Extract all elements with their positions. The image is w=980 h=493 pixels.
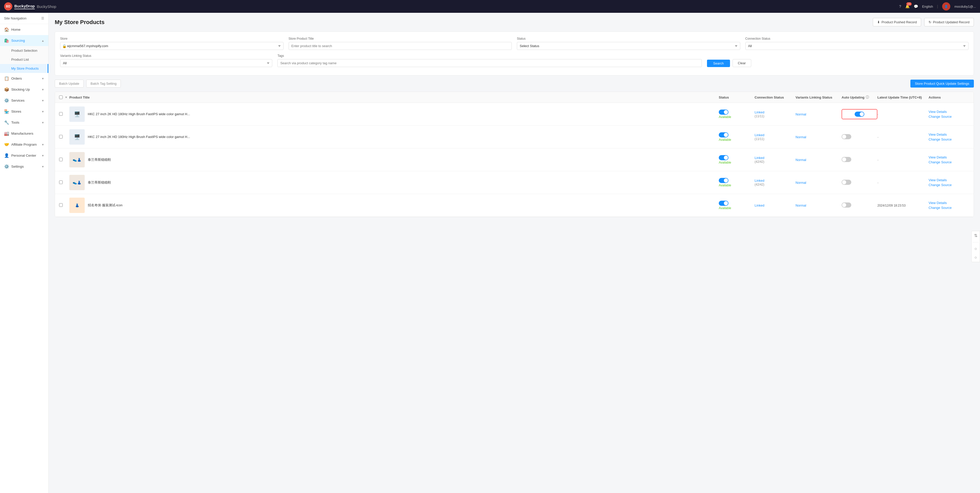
status-toggle[interactable] <box>719 201 729 206</box>
sidebar-item-label: Affiliate Program <box>11 143 37 147</box>
sidebar-item-stores[interactable]: 🏪 Stores ▼ <box>0 106 48 117</box>
tags-input[interactable] <box>277 59 702 67</box>
settings-icon: ⚙️ <box>4 164 9 169</box>
sidebar-item-affiliate[interactable]: 🤝 Affiliate Program ▼ <box>0 139 48 150</box>
product-name: HKC 27 inch 2K HD 180Hz High Brush FastI… <box>88 135 190 139</box>
auto-updating-toggle[interactable] <box>854 112 864 117</box>
linked-text: Linked <box>754 179 764 182</box>
product-cell: 🖥️ HKC 27 inch 2K HD 180Hz High Brush Fa… <box>69 129 719 145</box>
sidebar-item-tools[interactable]: 🔧 Tools ▼ <box>0 117 48 128</box>
float-circle-icon-2[interactable]: ○ <box>974 255 977 260</box>
auto-updating-toggle[interactable] <box>842 180 851 185</box>
sidebar-item-services[interactable]: ⚙️ Services ▼ <box>0 95 48 106</box>
batch-update-button[interactable]: Batch Update <box>55 80 84 88</box>
view-details-link[interactable]: View Details <box>929 201 969 205</box>
table-row: 👟👗 泰兰蒂斯稳稳鞋 Available Linked (42/42) <box>55 171 974 194</box>
change-source-link[interactable]: Change Source <box>929 115 969 118</box>
row-checkbox[interactable] <box>59 203 63 207</box>
view-details-link[interactable]: View Details <box>929 132 969 136</box>
sidebar-item-product-selection[interactable]: Product Selection <box>0 46 48 55</box>
product-title-label: Store Product Title <box>289 37 512 40</box>
sidebar-item-product-list[interactable]: Product List <box>0 55 48 64</box>
connection-status-filter-group: Connection Status All <box>745 37 969 50</box>
variants-status: Normal <box>795 158 806 162</box>
sidebar-item-orders[interactable]: 📋 Orders ▼ <box>0 73 48 84</box>
sidebar-item-sourcing[interactable]: 🛍️ Sourcing ▲ <box>0 35 48 46</box>
status-select[interactable]: Select Status <box>517 42 740 50</box>
float-sync-icon[interactable]: ⇅ <box>974 233 977 238</box>
row-checkbox[interactable] <box>59 112 63 116</box>
sidebar-item-manufacturers[interactable]: 🏭 Manufacturers <box>0 128 48 139</box>
chevron-up-icon: ▲ <box>41 39 44 42</box>
brand-buckyshop[interactable]: BuckyShop <box>37 4 56 9</box>
nav-divider: | <box>937 4 938 8</box>
sidebar-item-personal-center[interactable]: 👤 Personal Center ▼ <box>0 150 48 161</box>
variants-linking-cell: Normal <box>795 135 842 139</box>
batch-tag-setting-button[interactable]: Batch Tag Setting <box>86 80 121 88</box>
status-toggle[interactable] <box>719 155 729 160</box>
product-cell: 🖥️ HKC 27 inch 2K HD 180Hz High Brush Fa… <box>69 107 719 122</box>
sidebar-item-label: Stocking Up <box>11 88 30 91</box>
product-cell: 👟👗 泰兰蒂斯稳稳鞋 <box>69 152 719 168</box>
sidebar-item-my-store-products[interactable]: My Store Products <box>0 64 48 73</box>
linked-text: Linked <box>754 110 764 114</box>
actions-cell: View Details Change Source <box>929 155 969 164</box>
status-toggle[interactable] <box>719 110 729 115</box>
change-source-link[interactable]: Change Source <box>929 160 969 164</box>
help-icon[interactable]: ? <box>899 4 901 8</box>
quick-update-settings-button[interactable]: Store Product Quick Update Settings <box>910 80 974 88</box>
store-select-wrapper: 🔒 wjcmmw567.myshopify.com <box>60 42 283 50</box>
language-selector[interactable]: English <box>922 5 933 8</box>
float-circle-icon-1[interactable]: ○ <box>974 247 977 251</box>
sidebar-item-home[interactable]: 🏠 Home <box>0 24 48 35</box>
variants-select[interactable]: All <box>60 59 272 67</box>
product-updated-record-button[interactable]: ↻ Product Updated Record <box>924 18 974 26</box>
table-header: ▼ Product Title Status Connection Status… <box>55 92 974 103</box>
connection-detail: (42/42) <box>754 183 764 186</box>
product-pushed-record-button[interactable]: ⬇ Product Pushed Record <box>873 18 921 26</box>
variants-linking-cell: Normal <box>795 181 842 185</box>
filter-row-2: Variants Linking Status All Tags Search … <box>60 54 969 67</box>
product-thumbnail: 🖥️ <box>69 107 85 122</box>
auto-updating-toggle[interactable] <box>842 157 851 162</box>
chat-icon[interactable]: 💬 <box>914 4 918 8</box>
select-all-checkbox[interactable] <box>59 96 63 99</box>
auto-updating-help-icon[interactable]: ⓘ <box>865 95 869 100</box>
status-toggle[interactable] <box>719 132 729 137</box>
status-cell: Available <box>719 201 754 210</box>
sidebar-item-stocking-up[interactable]: 📦 Stocking Up ▼ <box>0 84 48 95</box>
personal-center-icon: 👤 <box>4 153 9 158</box>
variants-status: Normal <box>795 181 806 185</box>
row-checkbox[interactable] <box>59 158 63 161</box>
sub-item-label: Product List <box>11 57 29 61</box>
status-text: Available <box>719 115 754 119</box>
view-details-link[interactable]: View Details <box>929 110 969 114</box>
sidebar-menu-icon[interactable]: ☰ <box>41 16 44 20</box>
actions-cell: View Details Change Source <box>929 201 969 210</box>
clear-button[interactable]: Clear <box>733 59 751 67</box>
user-avatar[interactable]: 👤 <box>942 2 950 11</box>
view-details-link[interactable]: View Details <box>929 178 969 182</box>
store-select[interactable]: wjcmmw567.myshopify.com <box>60 42 283 50</box>
store-shield-icon: 🔒 <box>62 44 67 48</box>
row-checkbox[interactable] <box>59 180 63 184</box>
brand-buckydrop[interactable]: BuckyDrop <box>14 4 35 9</box>
view-details-link[interactable]: View Details <box>929 155 969 159</box>
sidebar-item-label: Stores <box>11 110 21 113</box>
linked-text: Linked <box>754 156 764 160</box>
change-source-link[interactable]: Change Source <box>929 137 969 141</box>
notification-bell[interactable]: 🔔 23 <box>905 4 910 8</box>
connection-status-cell: Linked (42/42) <box>754 179 795 186</box>
row-checkbox[interactable] <box>59 135 63 139</box>
change-source-link[interactable]: Change Source <box>929 183 969 187</box>
sidebar-item-settings[interactable]: ⚙️ Settings ▼ <box>0 161 48 172</box>
product-title-input[interactable] <box>289 42 512 50</box>
right-float-panel: ⇅ ○ ○ <box>971 231 980 262</box>
change-source-link[interactable]: Change Source <box>929 206 969 210</box>
connection-status-select[interactable]: All <box>745 42 969 50</box>
status-toggle[interactable] <box>719 178 729 183</box>
auto-updating-toggle[interactable] <box>842 203 851 207</box>
linked-text: Linked <box>754 204 764 207</box>
search-button[interactable]: Search <box>707 60 730 67</box>
auto-updating-toggle[interactable] <box>842 134 851 139</box>
